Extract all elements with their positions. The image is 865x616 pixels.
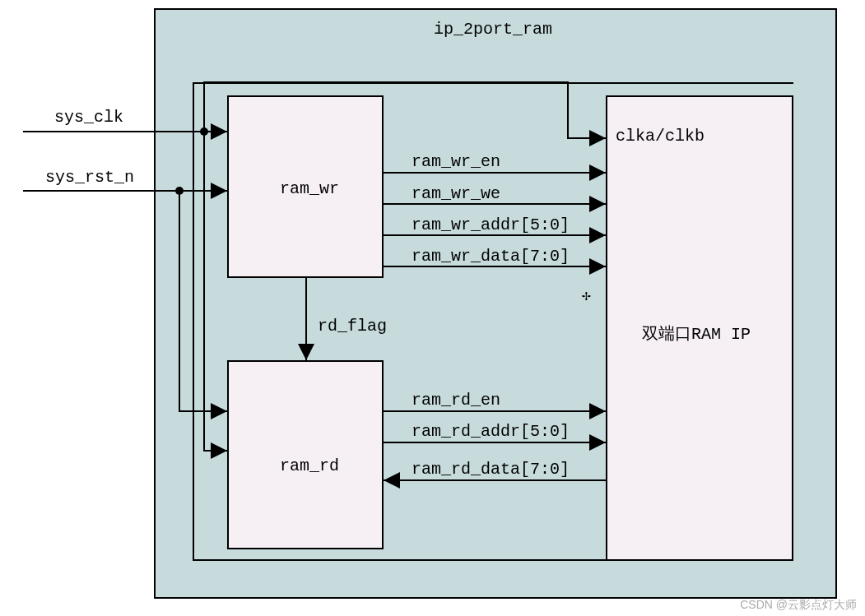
rd-flag-label: rd_flag (318, 317, 387, 336)
ram-rd-addr-label: ram_rd_addr[5:0] (412, 422, 570, 441)
ram-rd-en-label: ram_rd_en (412, 391, 500, 410)
ram-wr-label: ram_wr (280, 179, 339, 198)
cursor-icon: ✢ (582, 286, 591, 304)
clka-clkb-label: clka/clkb (616, 127, 705, 146)
watermark: CSDN @云影点灯大师 (740, 598, 857, 613)
sys-rst-n-label: sys_rst_n (45, 168, 134, 187)
ram-wr-we-label: ram_wr_we (412, 184, 500, 203)
ram-rd-data-label: ram_rd_data[7:0] (412, 460, 570, 479)
title-label: ip_2port_ram (434, 20, 552, 39)
ram-wr-data-label: ram_wr_data[7:0] (412, 247, 570, 266)
ram-wr-en-label: ram_wr_en (412, 152, 500, 171)
ram-rd-label: ram_rd (280, 456, 339, 475)
ram-wr-addr-label: ram_wr_addr[5:0] (412, 215, 570, 234)
ram-rd-block (227, 360, 384, 549)
ram-ip-label: 双端口RAM IP (642, 322, 751, 345)
sys-clk-label: sys_clk (54, 108, 123, 127)
